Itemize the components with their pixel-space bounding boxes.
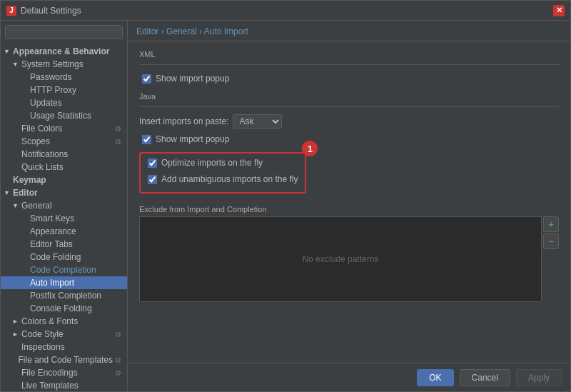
sidebar-item-label: Postfix Completion bbox=[30, 291, 121, 301]
sidebar-item-label: Editor Tabs bbox=[30, 239, 121, 249]
arrow-icon: ▼ bbox=[12, 61, 19, 68]
sidebar-item-file-code-templates[interactable]: File and Code Templates ⚙ bbox=[1, 353, 127, 366]
arrow-icon: ► bbox=[12, 318, 19, 325]
arrow-icon: ▼ bbox=[4, 48, 11, 55]
sidebar-item-auto-import[interactable]: Auto Import bbox=[1, 276, 127, 289]
sidebar-item-label: Smart Keys bbox=[30, 213, 121, 223]
exclude-label: Exclude from Import and Completion bbox=[139, 205, 559, 213]
content-area: ▼ Appearance & Behavior ▼ System Setting… bbox=[1, 21, 570, 391]
sidebar-item-appearance-behavior[interactable]: ▼ Appearance & Behavior bbox=[1, 45, 127, 58]
sidebar-item-label: Notifications bbox=[21, 149, 121, 159]
ok-button[interactable]: OK bbox=[417, 369, 453, 386]
breadcrumb-auto-import: Auto Import bbox=[204, 26, 248, 36]
sidebar-item-label: Auto Import bbox=[30, 278, 121, 288]
sidebar-item-label: HTTP Proxy bbox=[30, 85, 121, 95]
gear-icon: ⚙ bbox=[115, 125, 121, 133]
sidebar-item-http-proxy[interactable]: HTTP Proxy bbox=[1, 84, 127, 96]
xml-show-popup-checkbox[interactable] bbox=[142, 74, 151, 84]
add-unambiguous-row: Add unambiguous imports on the fly bbox=[145, 173, 300, 186]
arrow-icon: ▼ bbox=[12, 202, 19, 209]
breadcrumb-editor: Editor bbox=[136, 26, 158, 36]
apply-button[interactable]: Apply bbox=[516, 369, 562, 386]
sidebar-item-passwords[interactable]: Passwords bbox=[1, 71, 127, 84]
sidebar-item-label: Inspections bbox=[21, 342, 121, 352]
highlight-container: Optimize imports on the fly Add unambigu… bbox=[139, 149, 306, 199]
java-separator bbox=[139, 106, 559, 107]
sidebar-item-label: Code Folding bbox=[30, 252, 121, 262]
sidebar-item-notifications[interactable]: Notifications bbox=[1, 148, 127, 161]
optimize-imports-checkbox[interactable] bbox=[148, 159, 157, 168]
sidebar-item-file-encodings[interactable]: File Encodings ⚙ bbox=[1, 366, 127, 379]
arrow-icon: ► bbox=[12, 331, 19, 338]
sidebar-item-label: Updates bbox=[30, 98, 121, 108]
insert-imports-dropdown[interactable]: Ask Always Never bbox=[233, 114, 282, 129]
sidebar-item-appearance[interactable]: Appearance bbox=[1, 225, 127, 238]
cancel-button[interactable]: Cancel bbox=[460, 369, 510, 386]
tree: ▼ Appearance & Behavior ▼ System Setting… bbox=[1, 44, 127, 391]
close-button[interactable]: ✕ bbox=[553, 5, 565, 16]
sidebar-item-keymap[interactable]: Keymap bbox=[1, 174, 127, 186]
add-unambiguous-checkbox[interactable] bbox=[148, 175, 157, 184]
breadcrumb-sep1: › bbox=[161, 26, 166, 36]
sidebar-item-general[interactable]: ▼ General bbox=[1, 199, 127, 212]
insert-imports-row: Insert imports on paste: Ask Always Neve… bbox=[139, 114, 559, 129]
exclude-box: No exclude patterns bbox=[139, 216, 542, 302]
sidebar-item-label: Colors & Fonts bbox=[21, 316, 121, 326]
badge-number: 1 bbox=[302, 141, 318, 156]
sidebar-item-postfix-completion[interactable]: Postfix Completion bbox=[1, 289, 127, 302]
sidebar-item-quick-lists[interactable]: Quick Lists bbox=[1, 161, 127, 174]
sidebar-item-console-folding[interactable]: Console Folding bbox=[1, 302, 127, 315]
java-show-popup-label[interactable]: Show import popup bbox=[156, 134, 229, 144]
gear-icon: ⚙ bbox=[115, 356, 121, 364]
xml-section-label: XML bbox=[139, 50, 559, 59]
sidebar-item-label: Passwords bbox=[30, 72, 121, 82]
sidebar-item-label: Live Templates bbox=[21, 381, 121, 391]
exclude-empty-text: No exclude patterns bbox=[303, 254, 379, 264]
sidebar-item-code-style[interactable]: ► Code Style ⚙ bbox=[1, 328, 127, 341]
java-show-popup-row: Show import popup bbox=[139, 133, 559, 146]
sidebar-item-usage-statistics[interactable]: Usage Statistics bbox=[1, 109, 127, 122]
java-section-label: Java bbox=[139, 92, 559, 101]
search-input[interactable] bbox=[5, 25, 123, 39]
gear-icon: ⚙ bbox=[115, 138, 121, 146]
sidebar-item-code-completion[interactable]: Code Completion bbox=[1, 263, 127, 276]
sidebar-item-label: Code Completion bbox=[30, 265, 121, 275]
sidebar-item-label: File and Code Templates bbox=[18, 355, 113, 365]
sidebar-item-editor-tabs[interactable]: Editor Tabs bbox=[1, 238, 127, 251]
remove-pattern-button[interactable]: − bbox=[543, 233, 559, 249]
exclude-box-container: No exclude patterns + − bbox=[139, 216, 559, 302]
settings-content: XML Show import popup Java Insert import… bbox=[128, 41, 570, 363]
sidebar-item-scopes[interactable]: Scopes ⚙ bbox=[1, 135, 127, 148]
sidebar-item-label: Appearance & Behavior bbox=[13, 46, 121, 56]
sidebar-item-code-folding[interactable]: Code Folding bbox=[1, 251, 127, 263]
add-pattern-button[interactable]: + bbox=[543, 216, 559, 232]
sidebar-item-label: System Settings bbox=[21, 59, 121, 69]
gear-icon: ⚙ bbox=[115, 369, 121, 377]
xml-show-popup-label[interactable]: Show import popup bbox=[156, 74, 229, 84]
optimize-imports-label[interactable]: Optimize imports on the fly bbox=[161, 158, 263, 168]
gear-icon: ⚙ bbox=[115, 331, 121, 338]
bottom-bar: OK Cancel Apply bbox=[128, 363, 570, 391]
breadcrumb: Editor › General › Auto Import bbox=[128, 21, 570, 41]
sidebar-item-updates[interactable]: Updates bbox=[1, 96, 127, 109]
settings-window: J Default Settings ✕ ▼ Appearance & Beha… bbox=[0, 0, 571, 392]
sidebar-item-label: Code Style bbox=[21, 329, 113, 339]
sidebar-item-smart-keys[interactable]: Smart Keys bbox=[1, 212, 127, 225]
sidebar-item-live-templates[interactable]: Live Templates bbox=[1, 379, 127, 391]
sidebar-item-file-colors[interactable]: File Colors ⚙ bbox=[1, 122, 127, 135]
app-icon: J bbox=[6, 6, 16, 16]
insert-imports-label: Insert imports on paste: bbox=[139, 116, 228, 126]
breadcrumb-sep2: › bbox=[199, 26, 204, 36]
sidebar-item-colors-fonts[interactable]: ► Colors & Fonts bbox=[1, 315, 127, 328]
sidebar: ▼ Appearance & Behavior ▼ System Setting… bbox=[1, 21, 128, 391]
sidebar-item-system-settings[interactable]: ▼ System Settings bbox=[1, 58, 127, 71]
title-bar-left: J Default Settings bbox=[6, 6, 81, 16]
sidebar-item-label: Console Folding bbox=[30, 303, 121, 313]
xml-separator bbox=[139, 64, 559, 65]
add-unambiguous-label[interactable]: Add unambiguous imports on the fly bbox=[161, 174, 298, 184]
sidebar-item-inspections[interactable]: Inspections bbox=[1, 341, 127, 353]
sidebar-item-label: Quick Lists bbox=[21, 162, 121, 172]
java-show-popup-checkbox[interactable] bbox=[142, 135, 151, 144]
exclude-section: Exclude from Import and Completion No ex… bbox=[139, 205, 559, 302]
sidebar-item-editor[interactable]: ▼ Editor bbox=[1, 186, 127, 199]
